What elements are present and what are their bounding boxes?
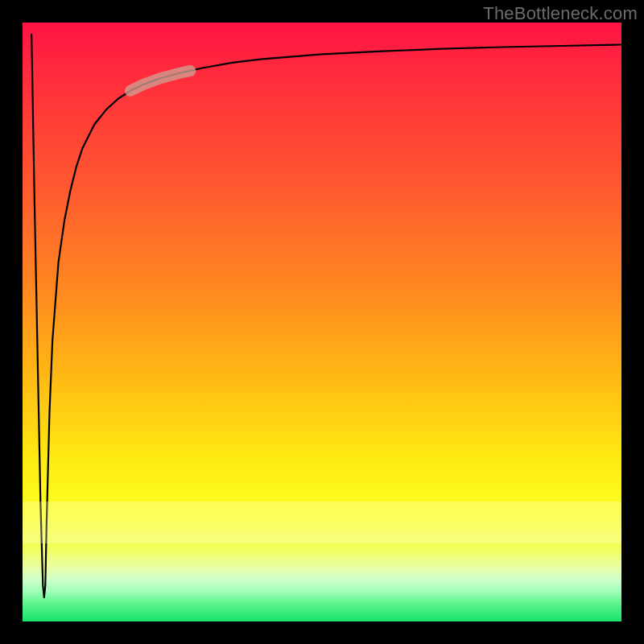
- plot-area: [23, 23, 621, 621]
- watermark-text: TheBottleneck.com: [483, 3, 638, 24]
- bottleneck-curve-path: [31, 35, 621, 597]
- curve-layer: [23, 23, 621, 621]
- chart-stage: TheBottleneck.com: [0, 0, 644, 644]
- highlight-segment: [130, 71, 190, 91]
